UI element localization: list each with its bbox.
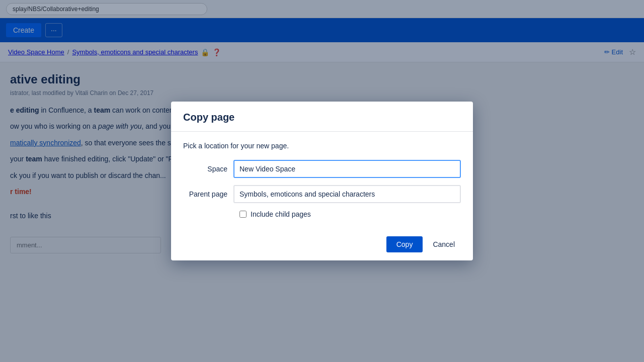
parent-label: Parent page bbox=[183, 190, 233, 198]
copy-page-dialog: Copy page Pick a location for your new p… bbox=[171, 102, 473, 260]
include-child-label: Include child pages bbox=[251, 210, 311, 218]
space-input[interactable] bbox=[233, 160, 461, 178]
space-form-row: Space bbox=[183, 160, 461, 178]
dialog-title: Copy page bbox=[183, 112, 461, 123]
parent-form-row: Parent page bbox=[183, 185, 461, 203]
dialog-footer: Copy Cancel bbox=[171, 228, 473, 260]
copy-button[interactable]: Copy bbox=[386, 236, 423, 252]
dialog-body: Pick a location for your new page. Space… bbox=[171, 132, 473, 228]
include-child-checkbox[interactable] bbox=[239, 211, 247, 218]
dialog-subtitle: Pick a location for your new page. bbox=[183, 142, 461, 150]
space-label: Space bbox=[183, 165, 233, 173]
include-child-row: Include child pages bbox=[239, 210, 461, 218]
cancel-button[interactable]: Cancel bbox=[427, 236, 461, 252]
parent-page-input[interactable] bbox=[233, 185, 461, 203]
dialog-header: Copy page bbox=[171, 102, 473, 132]
